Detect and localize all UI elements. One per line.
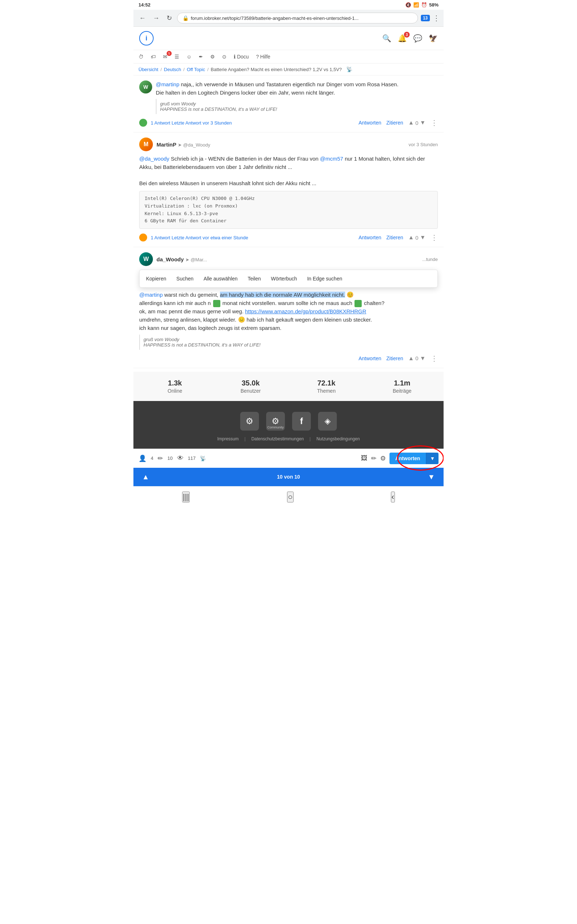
post-2-spec: Intel(R) Celeron(R) CPU N3000 @ 1.04GHz … [139,191,438,229]
post-1-sig-line2: HAPPINESS is not a DESTINATION, it's a W… [160,107,434,112]
context-search[interactable]: Suchen [171,273,198,284]
app-logo[interactable]: i [139,31,154,45]
context-edge-search[interactable]: In Edge suchen [302,273,347,284]
header-icons: 🔍 🔔 3 💬 🦅 [382,34,438,43]
post-2-text1: Schrieb ich ja - WENN die Batterien in d… [171,155,320,162]
breadcrumb-deutsch[interactable]: Deutsch [164,67,181,72]
post-2-username[interactable]: MartinP [156,142,176,148]
post-3-downvote[interactable]: ▼ [420,355,425,362]
nav-hilfe[interactable]: ? Hilfe [255,52,271,61]
post-3-text-before: warst nich du gemeint, [164,292,220,298]
tab-count-badge[interactable]: 13 [421,15,430,21]
post-2-upvote[interactable]: ▲ [408,234,414,241]
post-2-reply-info[interactable]: 1 Antwort Letzte Antwort vor etwa einer … [151,235,248,241]
post-1-reply-info[interactable]: 1 Antwort Letzte Antwort vor 3 Stunden [151,120,232,126]
post-2-avatar-small [139,234,147,241]
post-3-link[interactable]: https://www.amazon.de/gp/product/B08KXRH… [245,308,366,314]
chat-icon[interactable]: 💬 [413,34,422,43]
android-back-btn[interactable]: ‹ [391,492,395,502]
post-1-upvote[interactable]: ▲ [408,120,414,126]
footer-icons: ⚙ ⚙ Community f ◈ [141,412,436,431]
options-icon[interactable]: ⚙ [380,454,386,462]
edit-icon[interactable]: ✏ [371,454,377,462]
forward-button[interactable]: → [151,13,161,23]
image-icon[interactable]: 🖼 [361,454,367,462]
status-icons: 🔇 📶 ⏰ 58% [405,2,438,8]
post-3-highlight: am handy hab ich die normale AW möglichk… [220,292,345,298]
post-3-signature: gruß vom Woody HAPPINESS is not a DESTIN… [139,334,438,350]
search-icon[interactable]: 🔍 [382,34,391,43]
app-header: i 🔍 🔔 3 💬 🦅 [134,27,443,50]
context-dictionary[interactable]: Wörterbuch [266,273,302,284]
stat-users-label: Benutzer [213,388,288,394]
post-3-answer-btn[interactable]: Antworten [358,355,381,361]
github1-symbol: ⚙ [246,416,253,426]
post-2-quote-btn[interactable]: Zitieren [386,234,403,241]
nav-messages[interactable]: ✉ 5 [162,52,168,61]
back-button[interactable]: ← [137,13,148,23]
reply-button[interactable]: Antworten [390,452,426,464]
breadcrumb-home[interactable]: Übersicht [139,67,158,72]
notification-badge: 3 [404,32,410,37]
post-1-body: @martinp naja,, ich verwende in Mäusen u… [156,81,438,114]
footer-nutzung[interactable]: Nutzungsbedingungen [316,436,359,441]
context-select-all[interactable]: Alle auswählen [199,273,243,284]
context-share[interactable]: Teilen [243,273,266,284]
breadcrumb-sep1: / [161,67,162,72]
android-home-btn[interactable]: ○ [287,492,293,502]
post-1-downvote[interactable]: ▼ [420,120,425,126]
browser-menu-icon[interactable]: ⋮ [433,14,440,23]
nav-docu[interactable]: ℹ Docu [233,52,250,61]
user-avatar-icon[interactable]: 🦅 [429,34,438,43]
post-2-more[interactable]: ⋮ [430,233,438,242]
post-2-downvote[interactable]: ▼ [420,234,425,241]
lock-icon: 🔒 [182,15,189,21]
rss-icon[interactable]: 📡 [346,66,352,72]
page-down-button[interactable]: ▼ [425,472,438,483]
footer-facebook-icon[interactable]: f [292,412,311,431]
notifications-icon[interactable]: 🔔 3 [398,34,407,43]
nav-recent[interactable]: ⏱ [138,52,144,61]
reply-dropdown-arrow[interactable]: ▼ [426,452,438,464]
url-bar[interactable]: 🔒 forum.iobroker.net/topic/73589/batteri… [177,13,418,23]
post-3-username[interactable]: da_Woody [156,256,184,262]
footer-impressum[interactable]: Impressum [217,436,239,441]
nav-settings[interactable]: ⚙ [210,52,216,61]
post-2-avatar: M [139,137,153,151]
stat-topics-label: Themen [288,388,364,394]
breadcrumb-sep3: / [207,67,209,72]
post-3-vote: ▲ 0 ▼ [408,355,425,362]
footer-github1-icon[interactable]: ⚙ [240,412,259,431]
android-recent-btn[interactable]: ||| [182,492,190,502]
footer-discord-icon[interactable]: ◈ [318,412,337,431]
post-1-more[interactable]: ⋮ [430,118,438,127]
nav-emoji[interactable]: ☺ [186,52,192,61]
post-3-vote-count: 0 [416,355,418,361]
post-1-quote-btn[interactable]: Zitieren [386,120,403,126]
post-2-answer-btn[interactable]: Antworten [358,234,381,241]
context-copy[interactable]: Kopieren [141,273,171,284]
nav-write[interactable]: ✒ [198,52,204,61]
post-3-sig-line2: HAPPINESS is not a DESTINATION, it's a W… [143,342,434,347]
post-1-vote-count: 0 [416,120,418,126]
post-2-spec-line4: 6 GByte RAM für den Container [145,217,432,225]
refresh-button[interactable]: ↻ [164,13,174,23]
post-3: W da_Woody ➤ @Mar... ...tunde Kopieren S… [134,247,443,368]
post-3-user: W da_Woody ➤ @Mar... [139,252,207,266]
post-3-more[interactable]: ⋮ [430,354,438,363]
post-1-answer-btn[interactable]: Antworten [358,120,381,126]
post-3-upvote[interactable]: ▲ [408,355,414,362]
nav-tags[interactable]: 🏷 [150,52,156,61]
breadcrumb-offtopic[interactable]: Off Topic [187,67,205,72]
footer-github2-icon[interactable]: ⚙ Community [266,412,285,431]
post-3-quote-btn[interactable]: Zitieren [386,355,403,361]
nav-github[interactable]: ⊙ [221,52,227,61]
stat-users-value: 35.0k [213,379,288,387]
android-nav: ||| ○ ‹ [134,486,443,505]
discord-symbol: ◈ [324,417,331,426]
alarm-icon: ⏰ [421,2,427,8]
bottom-rss-icon[interactable]: 📡 [200,456,206,461]
nav-menu[interactable]: ☰ [174,52,180,61]
footer-datenschutz[interactable]: Datenschutzbestimmungen [251,436,304,441]
page-up-button[interactable]: ▲ [139,472,152,483]
